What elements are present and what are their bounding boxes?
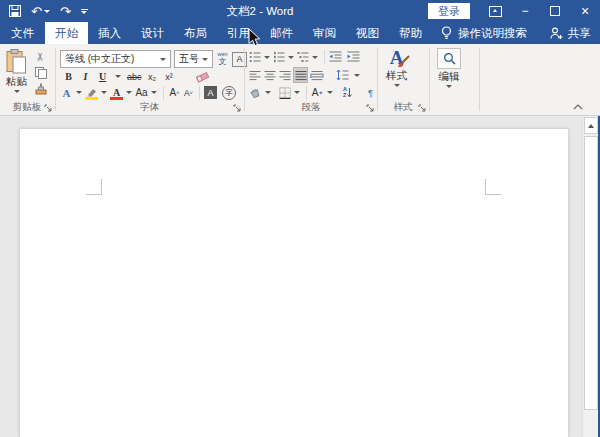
- scrollbar-thumb[interactable]: [584, 136, 598, 410]
- bold-button[interactable]: B: [62, 69, 75, 84]
- tab-mailings[interactable]: 邮件: [260, 22, 303, 44]
- strikethrough-button[interactable]: abc: [127, 69, 142, 84]
- tab-insert[interactable]: 插入: [88, 22, 131, 44]
- grow-font-button[interactable]: A˄: [168, 85, 181, 100]
- ribbon-display-options-button[interactable]: [480, 0, 510, 22]
- align-left-icon[interactable]: [249, 70, 261, 81]
- close-button[interactable]: ×: [570, 0, 600, 22]
- customize-qat-bar: [81, 9, 88, 10]
- line-spacing-dropdown-icon[interactable]: [354, 74, 360, 77]
- text-highlight-button[interactable]: [85, 85, 98, 100]
- borders-dropdown-icon[interactable]: [294, 91, 300, 94]
- numbered-list-icon[interactable]: [273, 51, 285, 63]
- scroll-up-button[interactable]: [584, 117, 598, 134]
- styles-letter: A: [390, 48, 404, 68]
- sign-in-button[interactable]: 登录: [428, 3, 470, 19]
- tab-design[interactable]: 设计: [131, 22, 174, 44]
- asian-layout-dropdown-icon[interactable]: [327, 91, 333, 94]
- paste-label: 粘贴: [6, 75, 27, 89]
- multilevel-list-dropdown-icon[interactable]: [312, 56, 318, 59]
- tell-me-label: 操作说明搜索: [458, 26, 527, 41]
- sort-button[interactable]: A Z: [341, 85, 354, 100]
- subscript-button[interactable]: x₂: [146, 69, 159, 84]
- font-color-dropdown-icon[interactable]: [126, 91, 132, 94]
- minimize-button[interactable]: −: [510, 0, 540, 22]
- shrink-font-button[interactable]: A˅: [182, 85, 195, 100]
- maximize-button[interactable]: [540, 0, 570, 22]
- font-color-button[interactable]: A: [110, 85, 123, 100]
- paste-button[interactable]: 粘贴: [6, 49, 27, 93]
- asian-layout-button[interactable]: A✦: [311, 85, 324, 100]
- grow-font-letter: A: [169, 87, 176, 98]
- asian-layout-letter: A: [312, 87, 319, 98]
- tab-home[interactable]: 开始: [45, 22, 88, 44]
- font-name-combo[interactable]: 等线 (中文正文): [60, 50, 171, 68]
- styles-dialog-launcher-icon[interactable]: [418, 104, 426, 112]
- character-shading-button[interactable]: A: [204, 86, 217, 99]
- line-spacing-icon[interactable]: [336, 69, 349, 81]
- tell-me-search[interactable]: 操作说明搜索: [432, 22, 536, 44]
- shading-bucket-icon[interactable]: [249, 86, 262, 99]
- cut-icon[interactable]: ✂: [35, 52, 48, 61]
- clear-formatting-eraser-icon[interactable]: [196, 71, 209, 83]
- customize-qat-button[interactable]: [81, 9, 88, 14]
- justify-button[interactable]: [294, 68, 307, 82]
- paragraph-row-1: [249, 50, 360, 64]
- format-painter-icon[interactable]: [35, 83, 47, 95]
- collapse-ribbon-icon[interactable]: [573, 104, 583, 110]
- tab-help[interactable]: 帮助: [389, 22, 432, 44]
- underline-dropdown-icon[interactable]: [115, 75, 121, 78]
- highlighter-pen-icon: [86, 88, 97, 98]
- group-separator: [244, 48, 245, 111]
- font-size-combo[interactable]: 五号: [174, 50, 213, 68]
- italic-button[interactable]: I: [79, 69, 92, 84]
- editing-button-label: 编辑: [439, 70, 460, 84]
- multilevel-list-icon[interactable]: [297, 51, 309, 63]
- shading-dropdown-icon[interactable]: [265, 91, 271, 94]
- increase-indent-icon[interactable]: [347, 51, 360, 63]
- font-size-dropdown-icon: [202, 58, 208, 61]
- tab-file[interactable]: 文件: [0, 22, 45, 44]
- clipboard-dialog-launcher-icon[interactable]: [44, 104, 52, 112]
- text-effects-dropdown-icon[interactable]: [76, 91, 82, 94]
- tab-review[interactable]: 审阅: [303, 22, 346, 44]
- change-case-dropdown-icon[interactable]: [151, 91, 157, 94]
- distribute-text-icon[interactable]: [310, 70, 324, 81]
- highlight-dropdown-icon[interactable]: [101, 91, 107, 94]
- vertical-scrollbar[interactable]: [582, 116, 598, 437]
- styles-dropdown-icon: [394, 84, 400, 87]
- numbered-list-dropdown-icon[interactable]: [288, 56, 294, 59]
- show-hide-marks-button[interactable]: ¶: [364, 85, 377, 100]
- save-icon[interactable]: [9, 5, 21, 17]
- redo-icon[interactable]: ↷: [60, 5, 71, 18]
- bullet-list-icon[interactable]: [249, 51, 261, 63]
- styles-button[interactable]: A 样式: [386, 48, 407, 87]
- document-page[interactable]: [19, 128, 569, 437]
- tab-layout[interactable]: 布局: [174, 22, 217, 44]
- superscript-button[interactable]: x²: [163, 69, 176, 84]
- undo-button[interactable]: ↶: [31, 5, 50, 18]
- enclose-characters-button[interactable]: 字: [222, 86, 236, 100]
- paragraph-dialog-launcher-icon[interactable]: [366, 104, 374, 112]
- copy-icon[interactable]: [35, 67, 47, 79]
- change-case-button[interactable]: Aa: [135, 85, 148, 100]
- underline-button[interactable]: U: [96, 69, 109, 84]
- phonetic-guide-button[interactable]: wén 文: [216, 52, 229, 67]
- share-button[interactable]: 共享: [550, 22, 591, 44]
- separator: [199, 86, 200, 100]
- document-area[interactable]: [0, 116, 600, 437]
- undo-dropdown-icon[interactable]: [44, 10, 50, 13]
- clipboard-small-buttons: ✂: [35, 50, 47, 95]
- font-dialog-launcher-icon[interactable]: [233, 104, 241, 112]
- editing-icon-box: [437, 48, 461, 69]
- paste-clipboard-icon: [6, 49, 27, 74]
- align-right-icon[interactable]: [279, 70, 291, 81]
- tab-view[interactable]: 视图: [346, 22, 389, 44]
- title-bar: ↶ ↷ 文档2 - Word 登录 − ×: [0, 0, 600, 22]
- text-effects-button[interactable]: A: [60, 85, 73, 100]
- editing-button[interactable]: 编辑: [437, 48, 461, 88]
- bullet-list-dropdown-icon[interactable]: [264, 56, 270, 59]
- borders-icon[interactable]: [279, 87, 291, 99]
- align-center-icon[interactable]: [264, 70, 276, 81]
- decrease-indent-icon[interactable]: [329, 51, 342, 63]
